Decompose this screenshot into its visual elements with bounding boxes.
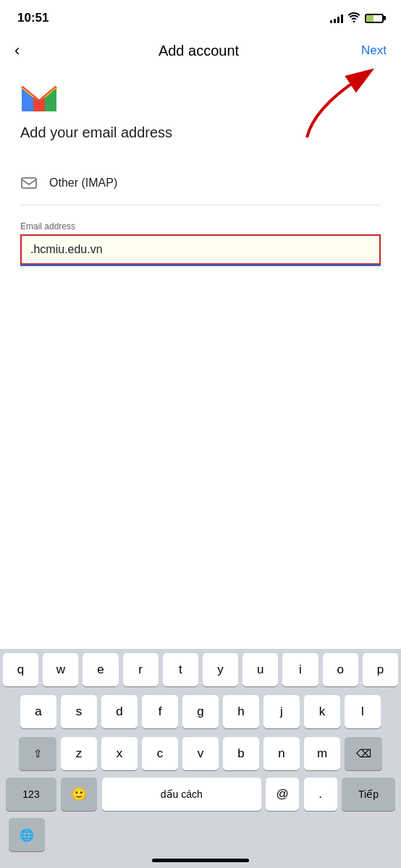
backspace-key[interactable]: ⌫ — [345, 737, 382, 770]
key-w[interactable]: w — [43, 653, 78, 686]
key-a[interactable]: a — [20, 695, 56, 728]
key-h[interactable]: h — [223, 695, 259, 728]
page-title: Add account — [159, 43, 239, 59]
key-z[interactable]: z — [61, 737, 97, 770]
input-underline — [20, 265, 381, 266]
email-input[interactable] — [30, 243, 371, 256]
key-q[interactable]: q — [3, 653, 38, 686]
content-area — [0, 281, 401, 505]
key-r[interactable]: r — [123, 653, 159, 686]
key-c[interactable]: c — [142, 737, 178, 770]
numbers-key[interactable]: 123 — [6, 778, 56, 811]
main-content: Add your email address Other (IMAP) Emai… — [0, 69, 401, 281]
email-input-label: Email address — [20, 221, 381, 231]
nav-bar: ‹ Add account Next — [0, 32, 401, 69]
email-input-section: Email address — [20, 221, 381, 266]
gmail-logo — [20, 84, 58, 114]
key-e[interactable]: e — [83, 653, 118, 686]
keyboard-row-3: ⇧ z x c v b n m ⌫ — [0, 733, 401, 775]
status-bar: 10:51 — [0, 0, 401, 32]
action-key[interactable]: Tiếp — [342, 778, 395, 811]
shift-key[interactable]: ⇧ — [19, 737, 56, 770]
email-option-label: Other (IMAP) — [49, 176, 117, 190]
signal-icon — [330, 13, 343, 23]
key-p[interactable]: p — [363, 653, 398, 686]
key-d[interactable]: d — [101, 695, 138, 728]
globe-row: 🌐 — [0, 817, 401, 854]
key-y[interactable]: y — [203, 653, 238, 686]
emoji-key[interactable]: 🙂 — [61, 778, 97, 811]
next-button[interactable]: Next — [361, 43, 387, 58]
key-o[interactable]: o — [323, 653, 358, 686]
key-k[interactable]: k — [304, 695, 340, 728]
svg-rect-2 — [22, 178, 36, 188]
back-button[interactable]: ‹ — [14, 41, 36, 60]
at-key[interactable]: @ — [266, 778, 299, 811]
mail-icon — [20, 174, 38, 192]
globe-key[interactable]: 🌐 — [9, 818, 45, 851]
key-i[interactable]: i — [282, 653, 318, 686]
key-b[interactable]: b — [223, 737, 259, 770]
status-icons — [330, 12, 384, 25]
status-time: 10:51 — [17, 11, 48, 25]
wifi-icon — [347, 12, 360, 25]
key-m[interactable]: m — [304, 737, 340, 770]
key-g[interactable]: g — [182, 695, 219, 728]
key-s[interactable]: s — [61, 695, 97, 728]
key-l[interactable]: l — [345, 695, 381, 728]
key-u[interactable]: u — [242, 653, 278, 686]
key-v[interactable]: v — [182, 737, 219, 770]
page-subtitle: Add your email address — [20, 124, 381, 141]
key-x[interactable]: x — [101, 737, 138, 770]
keyboard-row-1: q w e r t y u i o p — [0, 649, 401, 691]
space-key[interactable]: dấu cách — [102, 778, 261, 811]
home-indicator — [152, 859, 249, 862]
keyboard-row-2: a s d f g h j k l — [0, 691, 401, 733]
email-input-wrapper[interactable] — [20, 234, 381, 265]
keyboard-bottom-row: 123 🙂 dấu cách @ . Tiếp — [0, 775, 401, 817]
email-option-row[interactable]: Other (IMAP) — [20, 161, 381, 205]
keyboard[interactable]: q w e r t y u i o p a s d f g h j k l ⇧ … — [0, 649, 401, 868]
key-f[interactable]: f — [142, 695, 178, 728]
battery-icon — [365, 14, 384, 23]
key-j[interactable]: j — [263, 695, 300, 728]
key-t[interactable]: t — [163, 653, 198, 686]
dot-key[interactable]: . — [304, 778, 337, 811]
key-n[interactable]: n — [263, 737, 300, 770]
